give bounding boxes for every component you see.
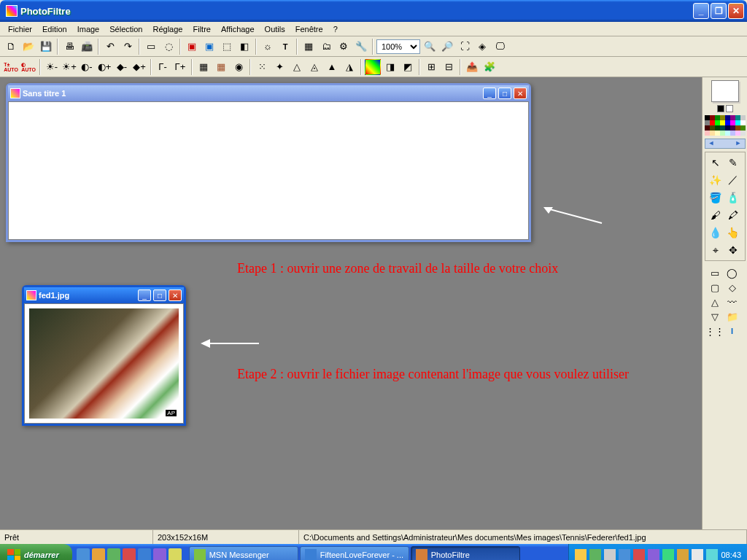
ql-app-icon[interactable] — [153, 548, 166, 560]
contrast-minus-button[interactable]: ◐- — [79, 59, 95, 75]
automate-button[interactable]: ⚙ — [336, 39, 352, 55]
roundrect-shape[interactable]: ▢ — [707, 281, 723, 294]
plugin-button[interactable]: 🧩 — [481, 59, 498, 75]
palette-color[interactable] — [720, 120, 725, 125]
palette-color[interactable] — [740, 131, 746, 136]
color-a-button[interactable]: ▣ — [184, 39, 200, 55]
color-palette[interactable] — [705, 115, 746, 136]
contrast-plus-button[interactable]: ◐+ — [96, 59, 112, 75]
spray-tool[interactable]: 🧴 — [725, 190, 741, 206]
palette-color[interactable] — [735, 115, 740, 120]
palette-color[interactable] — [720, 125, 725, 131]
saturation-plus-button[interactable]: ◆+ — [131, 59, 147, 75]
palette-color[interactable] — [710, 125, 715, 131]
tray-av-icon[interactable] — [589, 549, 601, 560]
layers-button[interactable]: ▦ — [301, 39, 317, 55]
brightness-minus-button[interactable]: ☀- — [44, 59, 60, 75]
sharpen-button[interactable]: ▲ — [324, 59, 340, 75]
menu-affichage[interactable]: Affichage — [216, 23, 260, 35]
module-a-button[interactable]: ⊞ — [423, 59, 439, 75]
opts-a[interactable]: ⋮⋮ — [707, 324, 723, 338]
start-button[interactable]: démarrer — [0, 544, 72, 560]
palette-color[interactable] — [735, 131, 740, 136]
doc-maximize-button[interactable]: □ — [498, 88, 511, 99]
rect-dotted-button[interactable]: ◌ — [160, 39, 177, 55]
lasso-shape[interactable]: 〰 — [724, 295, 740, 308]
opts-b[interactable]: I — [724, 324, 740, 338]
variation-button[interactable]: ▬ — [365, 59, 381, 75]
document-titlebar-photo[interactable]: fed1.jpg _ □ ✕ — [24, 287, 184, 303]
ql-media-icon[interactable] — [123, 548, 136, 560]
brightness-button[interactable]: ☼ — [260, 39, 276, 55]
pipette-tool[interactable]: ✎ — [725, 155, 741, 171]
tray-a-icon[interactable] — [633, 549, 645, 560]
photo-masque-button[interactable]: ◩ — [400, 59, 416, 75]
blur-tool[interactable]: 💧 — [708, 225, 724, 241]
export-button[interactable]: 📤 — [464, 59, 480, 75]
palette-color[interactable] — [720, 131, 725, 136]
line-tool[interactable]: ／ — [725, 172, 741, 188]
doc-maximize-button[interactable]: □ — [153, 289, 166, 301]
tray-d-icon[interactable] — [677, 549, 689, 560]
palette-nav[interactable]: ◄► — [705, 139, 746, 149]
menu-image[interactable]: Image — [72, 23, 105, 35]
window-close-button[interactable]: ✕ — [728, 3, 744, 19]
document-titlebar-blank[interactable]: Sans titre 1 _ □ ✕ — [8, 85, 529, 101]
redo-button[interactable]: ↷ — [120, 39, 136, 55]
system-tray[interactable]: 08:43 — [568, 544, 747, 560]
white-swatch[interactable] — [726, 105, 733, 112]
palette-color[interactable] — [715, 125, 720, 131]
window-maximize-button[interactable]: ❐ — [711, 3, 727, 19]
polygon-shape[interactable]: ▽ — [707, 310, 723, 323]
save-button[interactable]: 💾 — [38, 39, 54, 55]
auto-contrast-button[interactable]: ◐AUTO — [20, 59, 36, 75]
advbrush-tool[interactable]: 🖍 — [725, 207, 741, 223]
menu-outils[interactable]: Outils — [260, 23, 290, 35]
doc-close-button[interactable]: ✕ — [169, 289, 182, 301]
ql-msn-icon[interactable] — [107, 548, 120, 560]
rect-select-button[interactable]: ▭ — [143, 39, 159, 55]
zoom-fit-button[interactable]: ⛶ — [457, 39, 473, 55]
smudge-tool[interactable]: 👆 — [725, 225, 741, 241]
task-button[interactable]: MSN Messenger — [189, 546, 298, 560]
scroll-tool[interactable]: ✥ — [725, 242, 741, 258]
palette-color[interactable] — [715, 115, 720, 120]
doc-close-button[interactable]: ✕ — [514, 88, 527, 99]
palette-color[interactable] — [705, 131, 710, 136]
clone-tool[interactable]: ⌖ — [708, 242, 724, 258]
zoom-actual-button[interactable]: ◈ — [474, 39, 490, 55]
sepia-button[interactable]: ▦ — [213, 59, 229, 75]
palette-color[interactable] — [725, 125, 730, 131]
preferences-button[interactable]: 🔧 — [353, 39, 369, 55]
palette-color[interactable] — [725, 131, 730, 136]
palette-color[interactable] — [710, 115, 715, 120]
auto-levels-button[interactable]: T±AUTO — [3, 59, 19, 75]
menu-fichier[interactable]: Fichier — [3, 23, 37, 35]
antidust-button[interactable]: ✦ — [271, 59, 287, 75]
palette-color[interactable] — [725, 115, 730, 120]
gradient-button[interactable]: ◨ — [382, 59, 398, 75]
palette-color[interactable] — [730, 115, 735, 120]
explorer-button[interactable]: 🗂 — [318, 39, 334, 55]
fullscreen-button[interactable]: 🖵 — [492, 39, 508, 55]
blank-canvas[interactable] — [8, 101, 529, 240]
gamma-plus-button[interactable]: Γ+ — [172, 59, 188, 75]
menu-edition[interactable]: Edition — [37, 23, 72, 35]
ql-ie-icon[interactable] — [77, 548, 90, 560]
rect-shape[interactable]: ▭ — [707, 266, 723, 279]
fill-tool[interactable]: 🪣 — [708, 190, 724, 206]
tray-c-icon[interactable] — [662, 549, 674, 560]
menu-reglage[interactable]: Réglage — [148, 23, 188, 35]
palette-color[interactable] — [730, 120, 735, 125]
tray-b-icon[interactable] — [648, 549, 659, 560]
pointer-tool[interactable]: ↖ — [708, 155, 724, 171]
grayscale-button[interactable]: ▦ — [196, 59, 212, 75]
doc-minimize-button[interactable]: _ — [138, 289, 151, 301]
reinforce-button[interactable]: ◮ — [341, 59, 357, 75]
menu-fenetre[interactable]: Fenêtre — [290, 23, 328, 35]
palette-color[interactable] — [715, 131, 720, 136]
wand-tool[interactable]: ✨ — [708, 172, 724, 188]
palette-color[interactable] — [715, 120, 720, 125]
open-button[interactable]: 📂 — [20, 39, 36, 55]
photomask-button[interactable]: ◉ — [231, 59, 247, 75]
